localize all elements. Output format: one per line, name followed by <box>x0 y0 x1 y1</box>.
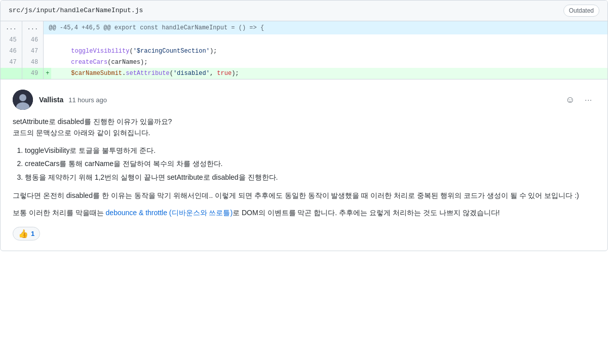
list-item-3: 행동을 제약하기 위해 1,2번의 실행이 끝나면 setAttribute로 … <box>25 172 595 183</box>
file-header: src/js/input/handleCarNameInput.js Outda… <box>1 1 607 21</box>
diff-line-toggle: 46 47 toggleVisibility('$racingCountSect… <box>1 46 607 57</box>
diff-line-empty: 45 46 <box>1 34 607 46</box>
comment-body: setAttribute로 disabled를 진행한 이유가 있을까요?코드의… <box>13 116 595 219</box>
list-item-1: toggleVisibility로 토글을 불투명하게 준다. <box>25 145 595 156</box>
comment-para-1: setAttribute로 disabled를 진행한 이유가 있을까요?코드의… <box>13 116 595 139</box>
line-sign <box>44 46 52 57</box>
comment-after-link: 로 DOM의 이벤트를 막곤 합니다. 추후에는 요렇게 처리하는 것도 나쁘지… <box>233 209 500 217</box>
new-line-num: 49 <box>22 68 44 79</box>
diff-header-old-num: ... <box>1 21 22 34</box>
svg-point-1 <box>19 94 26 101</box>
line-code: $carNameSubmit.setAttribute('disabled', … <box>51 68 607 79</box>
more-options-button[interactable]: ··· <box>582 95 595 105</box>
thumbsup-reaction-button[interactable]: 👍 1 <box>13 227 40 240</box>
line-code <box>51 34 607 46</box>
outdated-badge: Outdated <box>563 5 599 17</box>
line-code: toggleVisibility('$racingCountSection'); <box>51 46 607 57</box>
comment-meta: Vallista 11 hours ago <box>39 95 562 105</box>
emoji-reaction-button[interactable]: ☺ <box>562 94 578 106</box>
diff-table: ... ... @@ -45,4 +46,5 @@ export const h… <box>1 21 607 79</box>
diff-line-setattribute: 49 + $carNameSubmit.setAttribute('disabl… <box>1 68 607 79</box>
old-line-num: 46 <box>1 46 22 57</box>
comment-para-4: 보통 이러한 처리를 막을때는 debounce & throttle (디바운… <box>13 207 595 218</box>
comment-section: Vallista 11 hours ago ☺ ··· setAttribute… <box>1 79 607 251</box>
avatar <box>13 90 33 110</box>
old-line-num: 47 <box>1 57 22 68</box>
reaction-count: 1 <box>31 230 34 237</box>
review-comment-container: src/js/input/handleCarNameInput.js Outda… <box>0 0 608 251</box>
line-sign <box>44 34 52 46</box>
comment-list: toggleVisibility로 토글을 불투명하게 준다. createCa… <box>25 145 595 183</box>
diff-header-row: ... ... @@ -45,4 +46,5 @@ export const h… <box>1 21 607 34</box>
new-line-num: 47 <box>22 46 44 57</box>
line-sign <box>44 57 52 68</box>
comment-header: Vallista 11 hours ago ☺ ··· <box>13 90 595 110</box>
diff-header-text: @@ -45,4 +46,5 @@ export const handleCar… <box>44 21 607 34</box>
reaction-emoji: 👍 <box>18 229 28 238</box>
new-line-num: 48 <box>22 57 44 68</box>
diff-header-new-num: ... <box>22 21 44 34</box>
comment-para-3: 그렇다면 온전히 disabled를 한 이유는 동작을 막기 위해서인데.. … <box>13 190 595 201</box>
comment-time: 11 hours ago <box>68 96 107 104</box>
old-line-num <box>1 68 22 79</box>
comment-author: Vallista <box>39 96 63 104</box>
file-path: src/js/input/handleCarNameInput.js <box>9 6 563 16</box>
old-line-num: 45 <box>1 34 22 46</box>
avatar-image <box>13 90 33 110</box>
line-sign: + <box>44 68 52 79</box>
list-item-2: createCars를 통해 carName을 전달하여 복수의 차를 생성한다… <box>25 158 595 169</box>
line-code: createCars(carNames); <box>51 57 607 68</box>
new-line-num: 46 <box>22 34 44 46</box>
debounce-throttle-link[interactable]: debounce & throttle (디바운스와 쓰로틀) <box>106 209 233 217</box>
comment-before-link: 보통 이러한 처리를 막을때는 <box>13 209 106 217</box>
reaction-bar: 👍 1 <box>13 227 595 240</box>
comment-actions: ☺ ··· <box>562 94 595 106</box>
diff-line-createcars: 47 48 createCars(carNames); <box>1 57 607 68</box>
